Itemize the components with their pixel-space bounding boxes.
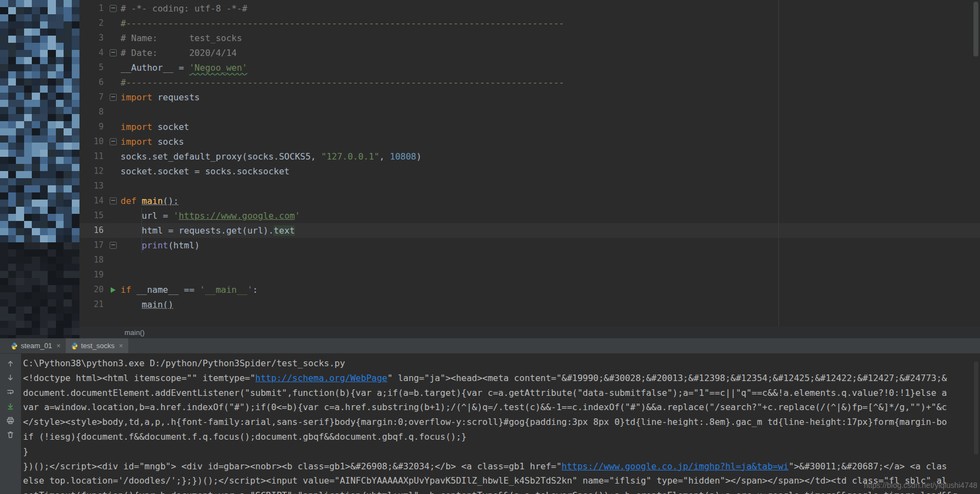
editor-line[interactable]: 13 (79, 179, 980, 194)
mosaic-tile (32, 71, 40, 78)
scroll-down-icon[interactable] (5, 372, 16, 383)
code-editor[interactable]: 1# -*- coding: utf-8 -*-#2#-------------… (79, 0, 980, 327)
console-line: </style><style>body,td,a,p,.h{font-famil… (23, 415, 980, 430)
console-text: document.documentElement.addEventListene… (23, 388, 947, 398)
mosaic-tile (64, 93, 72, 100)
run-gutter-icon[interactable] (111, 287, 116, 293)
editor-line[interactable]: 17 print(html) (79, 238, 980, 253)
console-hyperlink[interactable]: http://schema.org/WebPage (255, 373, 388, 383)
mosaic-tile (40, 7, 48, 14)
mosaic-tile (16, 128, 24, 135)
clear-all-icon[interactable] (5, 429, 16, 440)
editor-line[interactable]: 15 url = 'https://www.google.com' (79, 208, 980, 223)
mosaic-tile (32, 285, 40, 292)
mosaic-tile (32, 29, 40, 36)
console-scrollbar-thumb[interactable] (974, 361, 978, 455)
mosaic-tile (16, 299, 24, 306)
mosaic-tile (32, 0, 40, 7)
editor-line[interactable]: 12socket.socket = socks.socksocket (79, 164, 980, 179)
run-tab-test-socks[interactable]: test_socks× (66, 338, 128, 353)
mosaic-tile (8, 299, 16, 306)
mosaic-tile (24, 299, 32, 306)
fold-marker-icon[interactable] (110, 197, 117, 205)
editor-line[interactable]: 6#--------------------------------------… (79, 75, 980, 90)
console-text: </style><style>body,td,a,p,.h{font-famil… (23, 417, 947, 427)
mosaic-tile (32, 14, 40, 21)
mosaic-tile (8, 128, 16, 135)
mosaic-tile (40, 135, 48, 143)
editor-line[interactable]: 11socks.set_default_proxy(socks.SOCKS5, … (79, 149, 980, 164)
breadcrumb-item-main[interactable]: main() (124, 328, 145, 337)
fold-marker-icon[interactable] (110, 94, 117, 101)
editor-line[interactable]: 19 (79, 268, 980, 282)
mosaic-tile (56, 128, 64, 135)
fold-marker-icon[interactable] (110, 138, 117, 145)
editor-line[interactable]: 3# Name: test_socks (79, 31, 980, 46)
mosaic-tile (64, 278, 72, 285)
mosaic-tile (32, 200, 40, 207)
mosaic-tile (48, 0, 56, 7)
editor-line[interactable]: 9import socket (79, 120, 980, 134)
console-line: if (!iesg){document.f&&document.f.q.focu… (23, 430, 980, 445)
mosaic-tile (40, 271, 48, 278)
mosaic-tile (56, 314, 64, 321)
run-tab-steam-01[interactable]: steam_01× (5, 338, 66, 353)
mosaic-tile (64, 143, 72, 150)
mosaic-tile (48, 135, 56, 143)
tab-close-icon[interactable]: × (56, 342, 61, 349)
mosaic-tile (0, 121, 8, 128)
editor-line[interactable]: 4# Date: 2020/4/14 (79, 46, 980, 60)
mosaic-tile (48, 86, 56, 93)
console-hyperlink[interactable]: https://www.google.co.jp/imghp?hl=ja&tab… (562, 461, 789, 472)
code-text (119, 253, 121, 268)
mosaic-tile (16, 285, 24, 292)
editor-line[interactable]: 8 (79, 105, 980, 120)
editor-line[interactable]: 20if __name__ == '__main__': (79, 282, 980, 297)
run-console-output[interactable]: C:\Python38\python3.exe D:/python/Python… (22, 354, 980, 494)
mosaic-tile (16, 192, 24, 200)
code-text: import requests (119, 90, 200, 105)
mosaic-tile (56, 157, 64, 164)
mosaic-tile (8, 57, 16, 64)
mosaic-tile (72, 43, 80, 50)
mosaic-tile (8, 121, 16, 128)
mosaic-tile (40, 43, 48, 50)
fold-marker-icon[interactable] (110, 49, 117, 56)
mosaic-tile (64, 114, 72, 121)
mosaic-tile (40, 306, 48, 314)
editor-line[interactable]: 1# -*- coding: utf-8 -*-# (79, 1, 980, 16)
tab-close-icon[interactable]: × (119, 342, 123, 349)
mosaic-tile (56, 299, 64, 306)
mosaic-tile (24, 121, 32, 128)
scroll-up-icon[interactable] (5, 358, 16, 368)
editor-line[interactable]: 18 (79, 253, 980, 268)
mosaic-tile (48, 164, 56, 171)
mosaic-tile (8, 321, 16, 328)
mosaic-tile (8, 292, 16, 299)
editor-line[interactable]: 7import requests (79, 90, 980, 105)
editor-line[interactable]: 2#--------------------------------------… (79, 16, 980, 31)
scroll-to-end-icon[interactable] (5, 401, 16, 411)
print-icon[interactable] (5, 415, 16, 425)
editor-line[interactable]: 16 html = requests.get(url).text (79, 223, 980, 238)
mosaic-tile (64, 29, 72, 36)
mosaic-tile (24, 178, 32, 185)
fold-marker-icon[interactable] (110, 242, 117, 249)
editor-line[interactable]: 14def main(): (79, 194, 980, 208)
pycharm-window: 1# -*- coding: utf-8 -*-#2#-------------… (0, 0, 980, 494)
fold-marker-icon[interactable] (110, 5, 117, 12)
mosaic-tile (40, 157, 48, 164)
soft-wrap-icon[interactable] (5, 387, 16, 397)
mosaic-tile (8, 214, 16, 221)
mosaic-tile (8, 207, 16, 214)
mosaic-tile (48, 221, 56, 228)
editor-line[interactable]: 5__Author__ = 'Negoo_wen' (79, 60, 980, 75)
editor-scrollbar-thumb[interactable] (973, 2, 978, 56)
editor-line[interactable]: 21 main() (79, 297, 980, 312)
mosaic-tile (40, 121, 48, 128)
mosaic-tile (32, 228, 40, 235)
editor-line[interactable]: 10import socks (79, 134, 980, 149)
mosaic-tile (24, 57, 32, 64)
mosaic-tile (48, 78, 56, 86)
mosaic-tile (48, 93, 56, 100)
